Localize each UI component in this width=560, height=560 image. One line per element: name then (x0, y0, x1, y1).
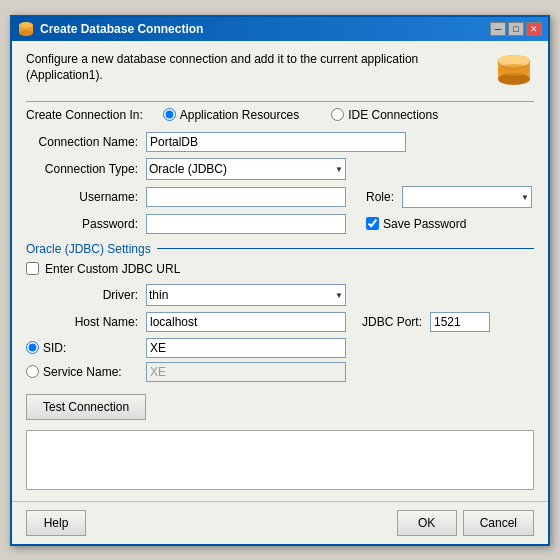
save-password-label: Save Password (383, 217, 466, 231)
maximize-button[interactable]: □ (508, 22, 524, 36)
dialog-window: Create Database Connection ─ □ ✕ Configu… (10, 15, 550, 546)
ok-cancel-area: OK Cancel (397, 510, 534, 536)
title-bar: Create Database Connection ─ □ ✕ (12, 17, 548, 41)
driver-label: Driver: (26, 288, 146, 302)
role-row: Role: (366, 186, 534, 208)
sid-option[interactable]: SID: (26, 341, 146, 355)
custom-jdbc-label: Enter Custom JDBC URL (45, 262, 180, 276)
host-input[interactable] (146, 312, 346, 332)
connection-type-row: Connection Type: Oracle (JDBC) MySQL Pos… (26, 158, 534, 180)
bottom-bar: Help OK Cancel (12, 501, 548, 544)
ok-button[interactable]: OK (397, 510, 457, 536)
driver-wrapper: thin oci oci8 (146, 284, 346, 306)
connection-name-row: Connection Name: (26, 132, 534, 152)
password-input[interactable] (146, 214, 346, 234)
username-label: Username: (26, 190, 146, 204)
host-port-row: Host Name: JDBC Port: (26, 312, 534, 332)
create-connection-label: Create Connection In: (26, 108, 143, 122)
sid-input[interactable] (146, 338, 346, 358)
app-resources-label: Application Resources (180, 108, 299, 122)
title-bar-left: Create Database Connection (18, 21, 203, 37)
role-select[interactable] (402, 186, 532, 208)
password-label: Password: (26, 217, 146, 231)
connection-type-select[interactable]: Oracle (JDBC) MySQL PostgreSQL (146, 158, 346, 180)
title-controls: ─ □ ✕ (490, 22, 542, 36)
host-label: Host Name: (26, 315, 146, 329)
driver-select[interactable]: thin oci oci8 (146, 284, 346, 306)
ide-connections-label: IDE Connections (348, 108, 438, 122)
service-label: Service Name: (43, 365, 122, 379)
password-row: Password: Save Password (26, 214, 534, 234)
ide-connections-radio[interactable] (331, 108, 344, 121)
jdbc-port-label: JDBC Port: (362, 315, 422, 329)
title-icon (18, 21, 34, 37)
close-button[interactable]: ✕ (526, 22, 542, 36)
service-input[interactable] (146, 362, 346, 382)
top-separator (26, 101, 534, 102)
test-connection-button[interactable]: Test Connection (26, 394, 146, 420)
title-text: Create Database Connection (40, 22, 203, 36)
sid-row: SID: (26, 338, 534, 358)
create-connection-row: Create Connection In: Application Resour… (26, 108, 534, 122)
custom-jdbc-row: Enter Custom JDBC URL (26, 262, 534, 276)
role-wrapper (402, 186, 532, 208)
app-resources-option[interactable]: Application Resources (163, 108, 299, 122)
log-area[interactable] (26, 430, 534, 490)
username-input[interactable] (146, 187, 346, 207)
sid-label: SID: (43, 341, 66, 355)
description-row: Configure a new database connection and … (26, 51, 534, 91)
connection-type-wrapper: Oracle (JDBC) MySQL PostgreSQL (146, 158, 346, 180)
service-row: Service Name: (26, 362, 534, 382)
oracle-settings-section-title: Oracle (JDBC) Settings (26, 242, 534, 256)
test-area: Test Connection (26, 394, 534, 420)
svg-point-2 (19, 30, 33, 36)
database-icon (494, 51, 534, 91)
save-password-checkbox[interactable] (366, 217, 379, 230)
username-role-row: Username: Role: (26, 186, 534, 208)
connection-type-label: Connection Type: (26, 162, 146, 176)
help-button[interactable]: Help (26, 510, 86, 536)
connection-name-label: Connection Name: (26, 135, 146, 149)
jdbc-port-input[interactable] (430, 312, 490, 332)
dialog-content: Configure a new database connection and … (12, 41, 548, 501)
role-label: Role: (366, 190, 394, 204)
ide-connections-option[interactable]: IDE Connections (331, 108, 438, 122)
connection-name-input[interactable] (146, 132, 406, 152)
description-text: Configure a new database connection and … (26, 51, 484, 85)
sid-radio[interactable] (26, 341, 39, 354)
driver-row: Driver: thin oci oci8 (26, 284, 534, 306)
app-resources-radio[interactable] (163, 108, 176, 121)
save-password-area: Save Password (366, 217, 466, 231)
minimize-button[interactable]: ─ (490, 22, 506, 36)
service-radio[interactable] (26, 365, 39, 378)
service-option[interactable]: Service Name: (26, 365, 146, 379)
custom-jdbc-checkbox[interactable] (26, 262, 39, 275)
cancel-button[interactable]: Cancel (463, 510, 534, 536)
svg-point-3 (19, 22, 33, 28)
